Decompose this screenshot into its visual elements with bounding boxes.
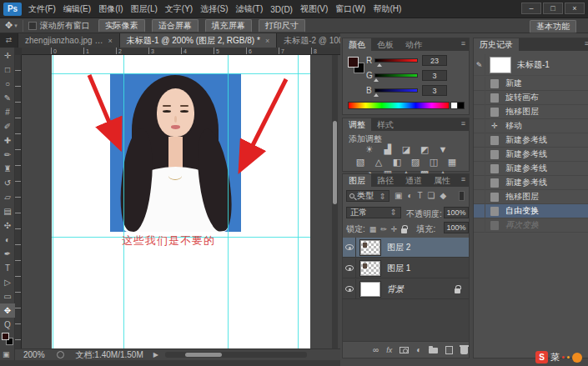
panel-menu-icon[interactable]: ≡ bbox=[461, 119, 465, 128]
tab-actions[interactable]: 动作 bbox=[400, 38, 428, 51]
menu-file[interactable]: 文件(F) bbox=[28, 3, 56, 15]
history-step-undone[interactable]: 再次变换 bbox=[474, 218, 588, 233]
menu-view[interactable]: 视图(V) bbox=[300, 3, 328, 15]
brush-tool[interactable]: ✏ bbox=[0, 148, 15, 162]
blue-value-field[interactable]: 3 bbox=[422, 85, 447, 96]
history-step[interactable]: 拖移图层 bbox=[474, 105, 588, 119]
hue-saturation-icon[interactable]: ▧ bbox=[355, 157, 365, 168]
history-step[interactable]: 拖移图层 bbox=[474, 190, 588, 204]
layer-style-icon[interactable]: fx bbox=[386, 346, 392, 354]
fit-screen-button[interactable]: 适合屏幕 bbox=[152, 19, 199, 33]
panel-menu-icon[interactable]: ≡ bbox=[461, 175, 465, 183]
eye-icon[interactable] bbox=[345, 265, 354, 271]
scroll-all-windows-checkbox[interactable] bbox=[28, 22, 37, 30]
layer-row-2[interactable]: 图层 2 bbox=[343, 238, 469, 258]
foreground-color-swatch[interactable] bbox=[348, 57, 359, 68]
menu-help[interactable]: 帮助(H) bbox=[373, 3, 401, 15]
red-slider-thumb[interactable] bbox=[377, 63, 382, 67]
menu-filter[interactable]: 滤镜(T) bbox=[236, 3, 264, 15]
vibrance-icon[interactable]: ▼ bbox=[438, 144, 448, 155]
history-source-well[interactable] bbox=[474, 190, 485, 204]
visibility-well[interactable] bbox=[343, 258, 356, 278]
foreground-color-swatch[interactable] bbox=[2, 333, 9, 340]
history-source-well[interactable] bbox=[474, 91, 485, 105]
link-layers-icon[interactable]: ∞ bbox=[373, 345, 379, 354]
snapshot-name[interactable]: 未标题-1 bbox=[517, 59, 550, 71]
tool-preset-dropdown-icon[interactable]: ▾ bbox=[14, 23, 18, 29]
history-step-current[interactable]: 自由变换 bbox=[474, 204, 588, 218]
zoom-tool[interactable]: Q bbox=[0, 318, 15, 332]
history-source-well[interactable] bbox=[474, 218, 485, 233]
filter-adjustment-layers-icon[interactable]: ◐ bbox=[407, 190, 412, 202]
vertical-scrollbar[interactable] bbox=[332, 55, 338, 348]
lasso-tool[interactable]: ○ bbox=[0, 77, 15, 91]
layer-name[interactable]: 背景 bbox=[387, 283, 404, 295]
clone-stamp-tool[interactable]: ♜ bbox=[0, 162, 15, 176]
lock-position-icon[interactable]: ✛ bbox=[391, 225, 398, 233]
screen-mode-icon[interactable]: ▣ bbox=[3, 350, 10, 358]
actual-pixels-button[interactable]: 实际像素 bbox=[98, 19, 145, 33]
healing-brush-tool[interactable]: ✚ bbox=[0, 133, 15, 148]
menu-layer[interactable]: 图层(L) bbox=[131, 3, 158, 15]
move-tool[interactable]: ✛ bbox=[0, 48, 15, 63]
guide-horizontal[interactable] bbox=[52, 73, 310, 74]
history-source-well[interactable] bbox=[474, 204, 485, 218]
lock-all-icon[interactable] bbox=[401, 228, 407, 233]
panel-menu-icon[interactable]: ≡ bbox=[585, 39, 588, 48]
guide-vertical[interactable] bbox=[53, 55, 53, 348]
tab-adjustments[interactable]: 调整 bbox=[343, 118, 371, 131]
new-layer-icon[interactable] bbox=[445, 346, 453, 354]
history-snapshot-row[interactable]: ✎ 未标题-1 bbox=[474, 54, 588, 76]
workspace-button[interactable]: 基本功能 bbox=[530, 20, 576, 33]
menu-image[interactable]: 图像(I) bbox=[98, 3, 123, 15]
type-tool[interactable]: T bbox=[0, 261, 15, 275]
layer-thumbnail[interactable] bbox=[360, 282, 380, 297]
filter-type-layers-icon[interactable]: T bbox=[418, 190, 423, 202]
tab-color[interactable]: 颜色 bbox=[343, 38, 371, 51]
red-slider[interactable] bbox=[374, 58, 418, 63]
tab-styles[interactable]: 样式 bbox=[371, 118, 400, 131]
layer-name[interactable]: 图层 2 bbox=[387, 242, 410, 253]
zoom-level[interactable]: 200% bbox=[23, 350, 45, 359]
visibility-well[interactable] bbox=[343, 238, 356, 258]
panel-menu-icon[interactable]: ≡ bbox=[461, 39, 465, 48]
history-step[interactable]: 新建 bbox=[474, 77, 588, 91]
vertical-scrollbar-thumb[interactable] bbox=[333, 121, 337, 204]
history-step[interactable]: 旋转画布 bbox=[474, 91, 588, 105]
tab-channels[interactable]: 通道 bbox=[400, 174, 428, 187]
layer-name[interactable]: 图层 1 bbox=[387, 263, 410, 274]
menu-select[interactable]: 选择(S) bbox=[200, 3, 228, 15]
tab-zhengjianzhao[interactable]: zhengjianzhao.jpg … × bbox=[18, 33, 120, 48]
tab-history[interactable]: 历史记录 bbox=[474, 38, 519, 51]
history-brush-source-icon[interactable]: ✎ bbox=[474, 54, 485, 75]
dodge-tool[interactable]: ◐ bbox=[0, 233, 15, 247]
blue-slider[interactable] bbox=[374, 88, 418, 93]
green-slider[interactable] bbox=[374, 73, 418, 78]
menu-type[interactable]: 文字(Y) bbox=[165, 3, 193, 15]
fill-field[interactable]: 100% bbox=[444, 222, 469, 233]
crop-tool[interactable]: # bbox=[0, 105, 15, 119]
history-source-well[interactable] bbox=[474, 148, 485, 162]
history-step[interactable]: 新建参考线 bbox=[474, 133, 588, 148]
history-source-well[interactable] bbox=[474, 77, 485, 91]
filter-pixel-layers-icon[interactable]: ▣ bbox=[395, 190, 402, 202]
menu-window[interactable]: 窗口(W) bbox=[335, 3, 365, 15]
red-value-field[interactable]: 23 bbox=[422, 55, 447, 66]
horizontal-scrollbar-thumb[interactable] bbox=[185, 353, 222, 357]
eyedropper-tool[interactable]: ✐ bbox=[0, 119, 15, 133]
lock-transparency-icon[interactable]: ▦ bbox=[369, 225, 377, 233]
blue-slider-thumb[interactable] bbox=[374, 93, 379, 97]
blur-tool[interactable]: ✣ bbox=[0, 218, 15, 233]
layer-thumbnail[interactable] bbox=[360, 261, 380, 276]
history-source-well[interactable] bbox=[474, 162, 485, 176]
path-selection-tool[interactable]: ▷ bbox=[0, 275, 15, 289]
new-adjustment-layer-icon[interactable]: ◐ bbox=[416, 345, 421, 354]
tab-swatches[interactable]: 色板 bbox=[371, 38, 400, 51]
tab-expander-icon[interactable]: ⇄ bbox=[0, 33, 18, 48]
opacity-field[interactable]: 100% bbox=[444, 207, 469, 218]
black-swatch[interactable] bbox=[457, 102, 465, 109]
tab-close-icon[interactable]: × bbox=[108, 37, 112, 45]
marquee-tool[interactable]: □ bbox=[0, 63, 15, 77]
maximize-button[interactable]: □ bbox=[543, 3, 563, 14]
tab-paths[interactable]: 路径 bbox=[371, 174, 400, 187]
